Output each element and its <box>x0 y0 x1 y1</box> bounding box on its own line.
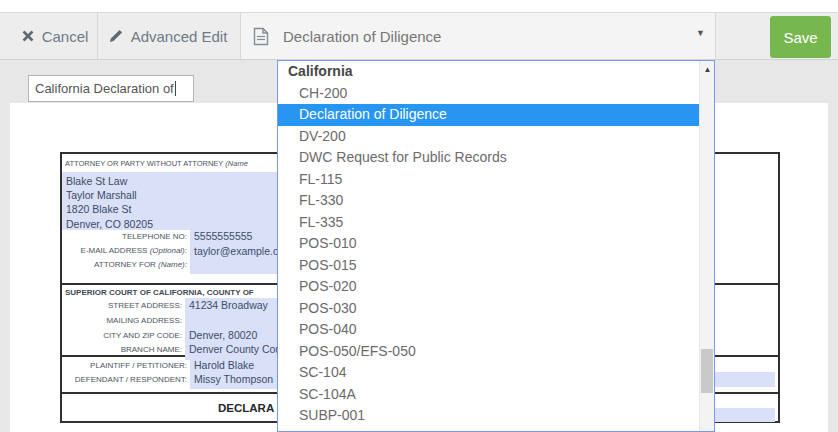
pencil-icon <box>109 29 123 43</box>
save-button[interactable]: Save <box>770 16 831 58</box>
scrollbar-up-arrow[interactable]: ▲ <box>700 61 715 78</box>
phone-label: TELEPHONE NO: <box>62 232 187 241</box>
dropdown-option[interactable]: CH-200 <box>278 83 699 105</box>
toolbar: Cancel Advanced Edit Declaration of Dili… <box>0 12 838 60</box>
attorney-for-italic: (Name): <box>158 260 187 269</box>
dropdown-option[interactable]: FL-335 <box>278 212 699 234</box>
dropdown-option-selected[interactable]: Declaration of Diligence <box>278 104 699 126</box>
defendant-label: DEFENDANT / RESPONDENT: <box>62 375 187 384</box>
right-column-field[interactable] <box>713 408 775 422</box>
dropdown-option[interactable]: POS-010 <box>278 233 699 255</box>
app-window: Cancel Advanced Edit Declaration of Dili… <box>0 0 838 432</box>
branch-name-value[interactable]: Denver County Court <box>189 343 288 355</box>
dropdown-option[interactable]: FL-115 <box>278 169 699 191</box>
text-cursor <box>175 81 176 96</box>
top-strip <box>0 0 838 12</box>
dropdown-option[interactable]: POS-015 <box>278 255 699 277</box>
caret-up-icon: ▲ <box>704 65 712 74</box>
mailing-address-label: MAILING ADDRESS: <box>62 316 182 325</box>
plaintiff-label: PLAINTIFF / PETITIONER: <box>62 361 187 370</box>
address-line: Taylor Marshall <box>66 188 278 202</box>
address-line: Blake St Law <box>66 174 278 188</box>
scrollbar-thumb[interactable] <box>701 349 713 393</box>
document-title-input[interactable]: California Declaration of <box>28 75 194 102</box>
email-label-text: E-MAIL ADDRESS <box>81 246 150 255</box>
dropdown-option[interactable]: DV-200 <box>278 126 699 148</box>
dropdown-option[interactable]: POS-050/EFS-050 <box>278 341 699 363</box>
dropdown-option[interactable]: SC-104 <box>278 362 699 384</box>
plaintiff-value[interactable]: Harold Blake <box>194 359 254 371</box>
defendant-value[interactable]: Missy Thompson <box>194 373 273 385</box>
court-section-header: SUPERIOR COURT OF CALIFORNIA, COUNTY OF <box>65 288 254 297</box>
case-number-field[interactable] <box>713 372 775 387</box>
street-address-label: STREET ADDRESS: <box>62 301 182 310</box>
dropdown-option[interactable]: SUBP-001 <box>278 405 699 427</box>
form-template-select-value: Declaration of Diligence <box>283 28 441 45</box>
form-template-dropdown-list: California CH-200 Declaration of Diligen… <box>277 60 715 432</box>
cancel-button[interactable]: Cancel <box>12 13 98 59</box>
city-zip-value[interactable]: Denver, 80020 <box>189 329 257 341</box>
dropdown-group-label: California <box>278 61 699 83</box>
email-label: E-MAIL ADDRESS (Optional): <box>62 246 187 255</box>
save-label: Save <box>783 29 817 46</box>
address-line: 1820 Blake St <box>66 202 278 216</box>
dropdown-option[interactable]: POS-020 <box>278 276 699 298</box>
dropdown-option[interactable]: POS-040 <box>278 319 699 341</box>
dropdown-option[interactable]: DWC Request for Public Records <box>278 147 699 169</box>
dropdown-option[interactable]: SC-104A <box>278 384 699 406</box>
attorney-header-text: ATTORNEY OR PARTY WITHOUT ATTORNEY <box>65 159 225 168</box>
street-address-value[interactable]: 41234 Broadway <box>189 299 268 311</box>
attorney-for-label: ATTORNEY FOR (Name): <box>62 260 187 269</box>
cancel-label: Cancel <box>42 28 89 45</box>
email-label-italic: (Optional): <box>150 246 187 255</box>
dropdown-scrollbar[interactable]: ▲ <box>699 61 714 431</box>
close-icon <box>22 30 34 42</box>
city-zip-label: CITY AND ZIP CODE: <box>62 331 182 340</box>
attorney-section-header: ATTORNEY OR PARTY WITHOUT ATTORNEY (Name <box>65 159 248 168</box>
attorney-for-text: ATTORNEY FOR <box>94 260 158 269</box>
email-value[interactable]: taylor@example.c <box>194 245 278 257</box>
document-title-value: California Declaration of <box>35 81 174 96</box>
dropdown-options: California CH-200 Declaration of Diligen… <box>278 61 699 432</box>
dropdown-option[interactable]: FL-330 <box>278 190 699 212</box>
address-line: Denver, CO 80205 <box>66 217 278 231</box>
branch-name-label: BRANCH NAME: <box>62 345 182 354</box>
form-template-select[interactable]: Declaration of Diligence ▼ <box>240 13 716 59</box>
attorney-address-field[interactable]: Blake St Law Taylor Marshall 1820 Blake … <box>62 172 278 230</box>
advanced-edit-label: Advanced Edit <box>131 28 228 45</box>
advanced-edit-button[interactable]: Advanced Edit <box>98 13 238 59</box>
caret-down-icon: ▼ <box>696 28 705 38</box>
dropdown-option[interactable]: SUBP-002 <box>278 427 699 432</box>
attorney-header-italic: (Name <box>225 159 248 168</box>
form-title-text: DECLARA <box>218 402 274 414</box>
phone-value[interactable]: 5555555555 <box>194 230 252 242</box>
file-text-icon <box>253 27 269 46</box>
dropdown-option[interactable]: POS-030 <box>278 298 699 320</box>
